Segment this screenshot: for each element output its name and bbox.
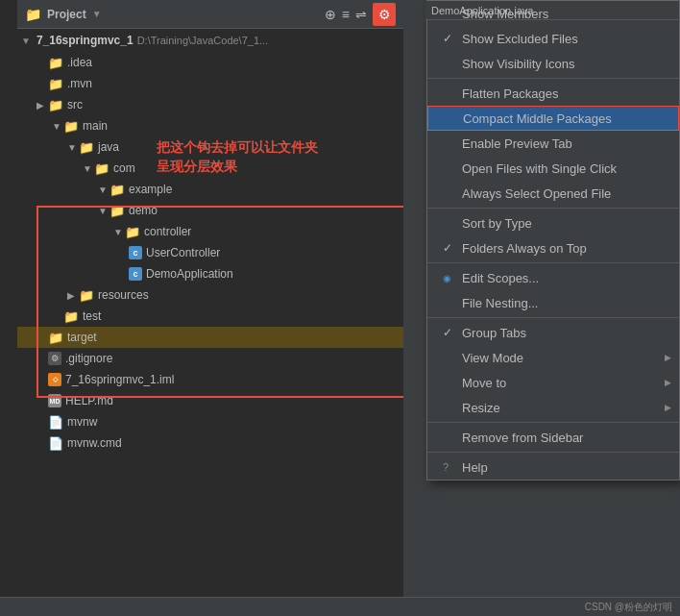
- bottom-label: CSDN @粉色的灯明: [585, 601, 672, 614]
- project-name: 7_16springmvc_1: [36, 34, 134, 47]
- folder-icon: 📁: [48, 77, 63, 91]
- gitignore-icon: ⚙: [48, 352, 61, 365]
- project-panel: 📁 Project ▼ ⊕ ≡ ⇌ ⚙ ▼ 7_16springmvc_1 D:…: [0, 0, 403, 616]
- dropdown-arrow: ▼: [92, 9, 102, 19]
- file-icon: 📄: [48, 436, 63, 451]
- folder-icon: 📁: [48, 56, 63, 70]
- folder-icon: 📁: [94, 161, 109, 176]
- class-file-icon: c: [129, 246, 142, 259]
- tree-item-usercontroller[interactable]: c UserController: [17, 242, 403, 263]
- menu-item-show-excluded[interactable]: ✓ Show Excluded Files: [427, 26, 679, 51]
- menu-item-group-tabs[interactable]: ✓ Group Tabs: [427, 320, 679, 345]
- md-icon: MD: [48, 394, 61, 407]
- list-icon[interactable]: ≡: [342, 7, 350, 22]
- bottom-bar: CSDN @粉色的灯明: [0, 597, 680, 616]
- iml-icon: ◇: [48, 373, 61, 386]
- separator-2: [427, 208, 679, 209]
- folder-icon: 📁: [109, 204, 125, 218]
- collapse-icon[interactable]: ⇌: [355, 7, 367, 22]
- tree-item-iml[interactable]: ◇ 7_16springmvc_1.iml: [17, 369, 403, 390]
- tree-item-resources[interactable]: ▶ 📁 resources: [17, 284, 403, 306]
- folder-icon: 📁: [48, 98, 63, 112]
- project-root[interactable]: ▼ 7_16springmvc_1 D:\Training\JavaCode\7…: [17, 29, 403, 52]
- folder-icon-header: 📁: [25, 7, 41, 22]
- folder-icon: 📁: [109, 183, 125, 197]
- folder-icon: 📁: [125, 225, 140, 239]
- menu-item-show-visibility[interactable]: Show Visibility Icons: [427, 51, 679, 76]
- menu-item-show-members[interactable]: Show Members: [427, 1, 679, 26]
- tree-item-controller[interactable]: ▼ 📁 controller: [17, 221, 403, 242]
- separator-4: [427, 317, 679, 318]
- tree-item-idea[interactable]: 📁 .idea: [17, 52, 403, 73]
- tree-item-mvnw[interactable]: 📄 mvnw: [17, 411, 403, 432]
- menu-item-view-mode[interactable]: View Mode ▶: [427, 345, 679, 370]
- menu-item-always-select[interactable]: Always Select Opened File: [427, 181, 679, 206]
- menu-item-compact-middle[interactable]: Compact Middle Packages: [427, 106, 679, 131]
- tree-item-mvnwcmd[interactable]: 📄 mvnw.cmd: [17, 432, 403, 454]
- separator-1: [427, 78, 679, 79]
- separator-6: [427, 452, 679, 453]
- tree-container: 📁 .idea 📁 .mvn ▶ 📁 src ▼ 📁 main: [17, 52, 403, 616]
- tree-item-helpmd[interactable]: MD HELP.md: [17, 390, 403, 411]
- tree-item-gitignore[interactable]: ⚙ .gitignore: [17, 348, 403, 369]
- panel-header: 📁 Project ▼ ⊕ ≡ ⇌ ⚙: [17, 0, 403, 29]
- gear-button[interactable]: ⚙: [373, 3, 396, 26]
- separator-5: [427, 422, 679, 423]
- tree-item-com[interactable]: ▼ 📁 com: [17, 158, 403, 179]
- tree-item-java[interactable]: ▼ 📁 java: [17, 136, 403, 158]
- file-icon: 📄: [48, 415, 63, 430]
- folder-icon: 📁: [63, 119, 79, 134]
- menu-item-enable-preview[interactable]: Enable Preview Tab: [427, 131, 679, 156]
- tree-item-example[interactable]: ▼ 📁 example: [17, 179, 403, 200]
- tree-item-target[interactable]: 📁 target: [17, 327, 403, 348]
- project-path: D:\Training\JavaCode\7_1...: [137, 35, 269, 46]
- menu-item-edit-scopes[interactable]: ◉ Edit Scopes...: [427, 265, 679, 290]
- tree-item-demoapplication[interactable]: c DemoApplication: [17, 263, 403, 284]
- context-menu: DemoApplication.java Show Members ✓ Show…: [426, 0, 680, 480]
- tree-item-main[interactable]: ▼ 📁 main: [17, 115, 403, 136]
- menu-item-remove-sidebar[interactable]: Remove from Sidebar: [427, 425, 679, 450]
- tree-item-test[interactable]: 📁 test: [17, 306, 403, 327]
- folder-icon: 📁: [79, 288, 94, 303]
- panel-title: Project: [47, 8, 86, 21]
- menu-item-resize[interactable]: Resize ▶: [427, 395, 679, 420]
- tree-item-src[interactable]: ▶ 📁 src: [17, 94, 403, 115]
- add-icon[interactable]: ⊕: [325, 7, 336, 22]
- class-file-icon: c: [129, 267, 142, 281]
- menu-item-flatten[interactable]: Flatten Packages: [427, 81, 679, 106]
- menu-item-move-to[interactable]: Move to ▶: [427, 370, 679, 395]
- separator-3: [427, 262, 679, 263]
- tree-item-mvn[interactable]: 📁 .mvn: [17, 73, 403, 94]
- menu-item-sort-type[interactable]: Sort by Type: [427, 210, 679, 235]
- menu-item-help[interactable]: ? Help: [427, 455, 679, 480]
- folder-icon: 📁: [48, 331, 63, 345]
- menu-item-open-single-click[interactable]: Open Files with Single Click: [427, 156, 679, 181]
- folder-icon: 📁: [79, 140, 94, 155]
- menu-item-file-nesting[interactable]: File Nesting...: [427, 290, 679, 315]
- folder-icon: 📁: [63, 309, 79, 324]
- menu-item-folders-top[interactable]: ✓ Folders Always on Top: [427, 235, 679, 260]
- tree-item-demo[interactable]: ▼ 📁 demo: [17, 200, 403, 221]
